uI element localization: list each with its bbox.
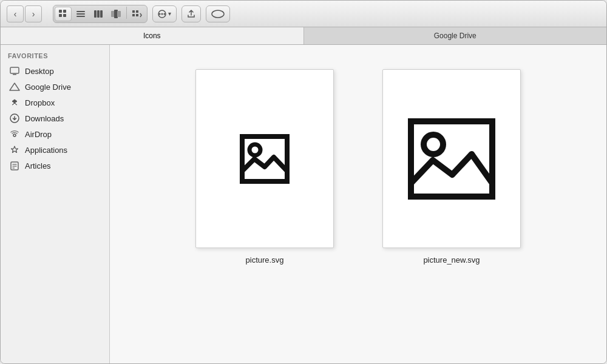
sidebar: Favorites Desktop Google Drive: [1, 45, 110, 363]
content-area: picture.svg picture_new.svg: [110, 45, 606, 363]
svg-rect-4: [76, 11, 85, 12]
sidebar-item-label-dropbox: Dropbox: [25, 98, 55, 107]
svg-rect-9: [100, 10, 103, 18]
svg-rect-5: [76, 13, 85, 15]
svg-rect-0: [59, 10, 62, 13]
svg-rect-14: [136, 10, 138, 13]
share-button[interactable]: [181, 5, 201, 22]
svg-rect-23: [13, 74, 16, 75]
svg-point-32: [249, 144, 260, 155]
file-item-picture-new-svg[interactable]: picture_new.svg: [382, 69, 521, 265]
toolbar: ‹ ›: [1, 1, 606, 27]
file-preview-picture-new-svg: [382, 69, 521, 248]
svg-rect-16: [136, 14, 138, 16]
action-button[interactable]: ▾: [152, 5, 177, 22]
sidebar-section-favorites: Favorites: [1, 52, 109, 63]
sidebar-item-google-drive[interactable]: Google Drive: [3, 79, 107, 95]
dropbox-icon: [9, 97, 20, 108]
svg-rect-33: [411, 121, 492, 197]
file-preview-picture-svg: [195, 69, 334, 248]
tab-google-drive[interactable]: Google Drive: [304, 27, 607, 44]
svg-rect-6: [76, 16, 85, 17]
sidebar-item-dropbox[interactable]: Dropbox: [3, 95, 107, 110]
downloads-icon: [9, 113, 20, 124]
svg-point-18: [161, 13, 163, 15]
svg-point-26: [13, 134, 16, 136]
sidebar-item-airdrop[interactable]: AirDrop: [3, 126, 107, 142]
svg-rect-8: [97, 10, 100, 18]
svg-rect-2: [59, 14, 62, 17]
file-item-picture-svg[interactable]: picture.svg: [195, 69, 334, 265]
svg-rect-1: [63, 10, 66, 13]
view-mode-buttons: [53, 5, 148, 23]
nav-back-button[interactable]: ‹: [7, 5, 24, 22]
view-grid-options-button[interactable]: [129, 7, 146, 21]
view-columns-button[interactable]: [90, 7, 107, 21]
sidebar-item-downloads[interactable]: Downloads: [3, 110, 107, 126]
tag-button[interactable]: [206, 5, 230, 22]
tab-bar: Icons Google Drive: [1, 27, 606, 45]
file-name-picture-new-svg: picture_new.svg: [423, 255, 480, 265]
svg-rect-15: [132, 14, 135, 16]
svg-rect-31: [242, 136, 287, 181]
svg-rect-3: [63, 14, 66, 17]
sidebar-item-label-google-drive: Google Drive: [25, 83, 71, 92]
google-drive-icon: [9, 81, 20, 92]
sidebar-item-applications[interactable]: Applications: [3, 142, 107, 158]
sidebar-item-label-applications: Applications: [25, 146, 67, 155]
airdrop-icon: [9, 129, 20, 140]
svg-rect-12: [117, 11, 121, 17]
svg-rect-7: [94, 10, 97, 18]
nav-buttons: ‹ ›: [7, 5, 42, 22]
sidebar-item-articles[interactable]: Articles: [3, 158, 107, 174]
sidebar-item-label-downloads: Downloads: [25, 114, 64, 123]
sidebar-item-label-articles: Articles: [25, 161, 51, 170]
articles-icon: [9, 160, 20, 171]
nav-forward-button[interactable]: ›: [25, 5, 42, 22]
view-list-button[interactable]: [72, 7, 89, 21]
view-icons-button[interactable]: [55, 7, 72, 21]
file-name-picture-svg: picture.svg: [246, 255, 284, 265]
svg-point-34: [424, 135, 443, 154]
svg-marker-24: [10, 83, 19, 90]
desktop-icon: [9, 66, 20, 76]
sidebar-item-label-airdrop: AirDrop: [25, 130, 52, 139]
main-area: Favorites Desktop Google Drive: [1, 45, 606, 363]
tab-icons[interactable]: Icons: [1, 27, 304, 44]
applications-icon: [9, 144, 20, 155]
svg-rect-13: [132, 10, 135, 13]
svg-rect-22: [10, 67, 19, 73]
sidebar-item-desktop[interactable]: Desktop: [3, 63, 107, 79]
svg-point-20: [164, 13, 166, 15]
svg-point-19: [159, 13, 161, 15]
sidebar-item-label-desktop: Desktop: [25, 67, 54, 76]
view-cover-button[interactable]: [107, 7, 124, 21]
svg-point-21: [212, 10, 224, 18]
